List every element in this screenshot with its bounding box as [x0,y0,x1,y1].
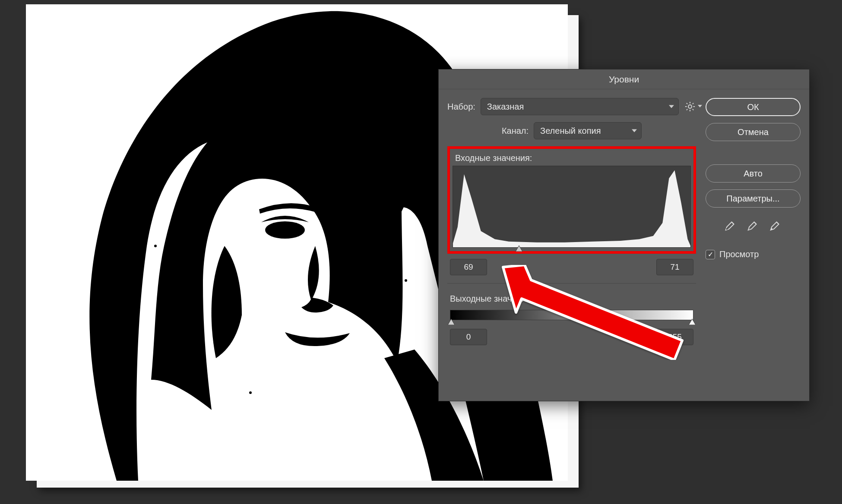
svg-marker-13 [448,319,455,325]
levels-dialog: Уровни Набор: Заказная Канал: Зеленый ко… [438,69,810,401]
preset-label: Набор: [447,102,475,112]
cancel-button[interactable]: Отмена [706,123,801,141]
svg-point-8 [167,314,170,316]
svg-point-4 [206,81,209,83]
input-slider-track[interactable] [455,249,688,251]
output-gradient[interactable] [450,310,693,320]
preview-checkbox[interactable]: ✓ [706,250,715,259]
channel-value: Зеленый копия [540,126,601,136]
dialog-title-text: Уровни [609,74,639,85]
input-gamma-slider[interactable] [516,246,522,252]
gear-icon [684,101,696,113]
output-highlight-field[interactable]: 255 [656,329,693,345]
svg-point-1 [265,221,305,239]
histogram-svg [453,166,690,247]
input-levels-highlight: Входные значения: [447,146,696,254]
ok-button[interactable]: ОК [706,98,801,116]
svg-point-15 [726,228,728,230]
svg-point-5 [413,115,416,118]
input-shadow-field[interactable]: 69 [450,259,487,275]
channel-select[interactable]: Зеленый копия [534,122,642,139]
histogram [453,166,691,248]
svg-marker-14 [689,319,696,325]
output-shadow-slider[interactable] [448,319,455,325]
auto-button[interactable]: Авто [706,164,801,183]
svg-point-2 [346,219,388,238]
dialog-title: Уровни [439,69,809,89]
svg-point-16 [749,228,750,230]
output-highlight-slider[interactable] [689,319,696,325]
options-button[interactable]: Параметры... [706,189,801,208]
preset-menu-button[interactable] [684,101,696,113]
chevron-down-icon [632,129,637,132]
input-highlight-field[interactable]: 71 [656,259,693,275]
svg-point-3 [175,132,179,135]
chevron-down-icon [698,105,702,107]
eyedropper-gray-icon[interactable] [747,219,760,234]
eyedropper-black-icon[interactable] [724,219,737,234]
divider [447,283,696,284]
channel-label: Канал: [502,126,529,136]
output-shadow-field[interactable]: 0 [450,329,487,345]
chevron-down-icon [669,105,674,108]
eyedropper-white-icon[interactable] [769,219,782,234]
preview-label: Просмотр [719,249,759,259]
svg-point-7 [154,245,157,247]
preset-value: Заказная [487,102,524,112]
svg-marker-12 [516,246,522,252]
input-levels-label: Входные значения: [455,153,691,163]
svg-point-11 [688,105,692,108]
svg-point-9 [405,279,407,282]
preset-select[interactable]: Заказная [481,98,679,115]
svg-point-10 [249,391,252,394]
output-levels-label: Выходные значения: [450,294,696,304]
svg-point-17 [771,228,772,230]
